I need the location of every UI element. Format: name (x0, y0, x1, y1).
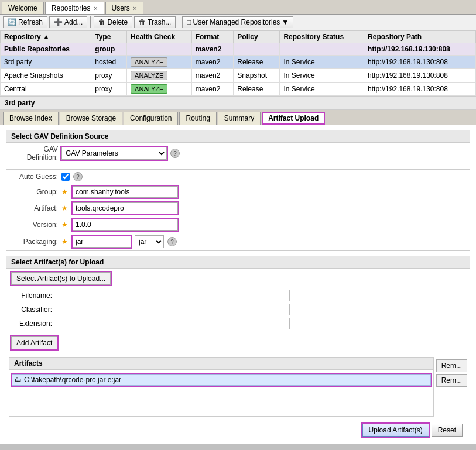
packaging-help-icon[interactable]: ? (167, 237, 177, 246)
auto-guess-checkbox[interactable] (61, 173, 70, 181)
artifact-fields-area: Filename: Classifier: Extension: (6, 288, 470, 334)
col-health-check[interactable]: Health Check (127, 31, 192, 43)
artifact-input[interactable] (73, 202, 178, 214)
repo-status (280, 43, 364, 56)
tab-configuration[interactable]: Configuration (124, 112, 178, 125)
classifier-label: Classifier: (11, 305, 52, 314)
filename-row: Filename: (11, 288, 465, 303)
tab-repositories[interactable]: Repositories ✕ (45, 2, 104, 14)
artifact-required-star: ★ (61, 204, 68, 212)
tab-browse-index[interactable]: Browse Index (3, 112, 59, 125)
tab-users[interactable]: Users ✕ (105, 2, 143, 14)
gav-fields-section: Auto Guess: ? Group: ★ Artifact: ★ Versi… (6, 169, 470, 251)
artifact-list-item[interactable]: 🗂 C:\fakepath\qrcode-pro.jar e:jar (12, 374, 431, 386)
add-icon: ➕ (54, 18, 63, 26)
analyze-button[interactable]: ANALYZE (131, 71, 167, 80)
tab-users-label: Users (112, 4, 130, 12)
repo-health[interactable]: ANALYZE (127, 56, 192, 69)
repo-policy: Snapshot (234, 69, 280, 83)
dropdown-icon: ▼ (282, 18, 289, 26)
refresh-button[interactable]: 🔄 Refresh (3, 16, 47, 28)
auto-guess-help-icon[interactable]: ? (73, 172, 83, 181)
trash-button[interactable]: 🗑 Trash... (134, 16, 176, 28)
packaging-required-star: ★ (61, 238, 68, 246)
remove-all-button[interactable]: Rem... (436, 374, 467, 387)
artifacts-action-buttons: Rem... Rem... (436, 357, 467, 417)
table-row[interactable]: Apache Snapshots proxy ANALYZE maven2 Sn… (1, 69, 476, 83)
col-path[interactable]: Repository Path (364, 31, 476, 43)
repo-name: Apache Snapshots (1, 69, 91, 83)
inner-tab-bar: Browse Index Browse Storage Configuratio… (0, 110, 476, 125)
col-type[interactable]: Type (91, 31, 127, 43)
repo-format: maven2 (191, 69, 234, 83)
gav-definition-label: GAV Definition: (11, 145, 58, 162)
repo-name: Public Repositories (1, 43, 91, 56)
filename-input[interactable] (56, 290, 290, 301)
packaging-row: Packaging: ★ jar war pom ? (6, 233, 470, 250)
artifact-upload-form: Select GAV Definition Source GAV Definit… (0, 125, 476, 444)
repo-health[interactable]: ANALYZE (127, 83, 192, 96)
version-required-star: ★ (61, 221, 68, 229)
repo-name: Central (1, 83, 91, 96)
version-label: Version: (11, 221, 58, 229)
tab-users-close[interactable]: ✕ (132, 5, 137, 12)
repo-detail-name: 3rd party (0, 96, 476, 110)
table-row[interactable]: 3rd party hosted ANALYZE maven2 Release … (1, 56, 476, 69)
delete-button[interactable]: 🗑 Delete (94, 16, 132, 28)
classifier-input[interactable] (56, 304, 290, 315)
tab-repositories-label: Repositories (52, 4, 91, 12)
repo-health[interactable]: ANALYZE (127, 69, 192, 83)
extension-label: Extension: (11, 320, 52, 328)
repo-detail-section: 3rd party Browse Index Browse Storage Co… (0, 96, 476, 444)
select-artifacts-button[interactable]: Select Artifact(s) to Upload... (11, 272, 111, 285)
version-input[interactable] (73, 219, 178, 231)
packaging-input[interactable] (73, 236, 131, 248)
tab-browse-storage[interactable]: Browse Storage (60, 112, 122, 125)
tab-welcome[interactable]: Welcome (2, 2, 44, 14)
group-input[interactable] (73, 186, 178, 198)
filename-label: Filename: (11, 291, 52, 300)
artifact-file-path: C:\fakepath\qrcode-pro.jar e:jar (24, 376, 121, 384)
repo-format: maven2 (191, 83, 234, 96)
gav-definition-section: Select GAV Definition Source GAV Definit… (6, 130, 470, 164)
bottom-actions-bar: Upload Artifact(s) Reset (6, 421, 467, 439)
extension-input[interactable] (56, 318, 290, 329)
reset-button[interactable]: Reset (432, 424, 463, 437)
tab-routing-label: Routing (186, 114, 210, 122)
col-repository[interactable]: Repository ▲ (1, 31, 91, 43)
table-row[interactable]: Public Repositories group maven2 http://… (1, 43, 476, 56)
artifact-file-icon: 🗂 (15, 376, 22, 384)
tab-routing[interactable]: Routing (179, 112, 216, 125)
repo-policy (234, 43, 280, 56)
delete-label: Delete (107, 18, 128, 26)
analyze-button[interactable]: ANALYZE (131, 84, 167, 94)
trash-icon: 🗑 (139, 18, 146, 26)
tab-summary-label: Summary (224, 114, 254, 122)
packaging-select[interactable]: jar war pom (135, 235, 164, 248)
col-format[interactable]: Format (191, 31, 234, 43)
artifacts-area: Artifacts 🗂 C:\fakepath\qrcode-pro.jar e… (9, 357, 467, 417)
upload-artifacts-button[interactable]: Upload Artifact(s) (362, 424, 429, 437)
tab-summary[interactable]: Summary (218, 112, 261, 125)
tab-artifact-upload[interactable]: Artifact Upload (262, 112, 325, 125)
repo-type: proxy (91, 69, 127, 83)
repo-type: group (91, 43, 127, 56)
user-managed-button[interactable]: □ User Managed Repositories ▼ (182, 16, 293, 28)
extension-row: Extension: (11, 317, 465, 331)
gav-help-icon[interactable]: ? (170, 149, 180, 158)
gav-definition-select[interactable]: GAV Parameters POM (61, 147, 167, 160)
classifier-row: Classifier: (11, 303, 465, 317)
remove-button[interactable]: Rem... (436, 359, 467, 372)
group-row: Group: ★ (6, 184, 470, 200)
col-status[interactable]: Repository Status (280, 31, 364, 43)
repo-path: http://192.168.19.130:808 (364, 56, 476, 69)
tab-welcome-label: Welcome (8, 4, 37, 12)
col-policy[interactable]: Policy (234, 31, 280, 43)
repo-format: maven2 (191, 56, 234, 69)
table-row[interactable]: Central proxy ANALYZE maven2 Release In … (1, 83, 476, 96)
add-button[interactable]: ➕ Add... (49, 16, 87, 28)
analyze-button[interactable]: ANALYZE (131, 57, 167, 67)
group-label: Group: (11, 188, 58, 196)
add-artifact-button[interactable]: Add Artifact (11, 336, 57, 349)
tab-repositories-close[interactable]: ✕ (93, 5, 98, 12)
